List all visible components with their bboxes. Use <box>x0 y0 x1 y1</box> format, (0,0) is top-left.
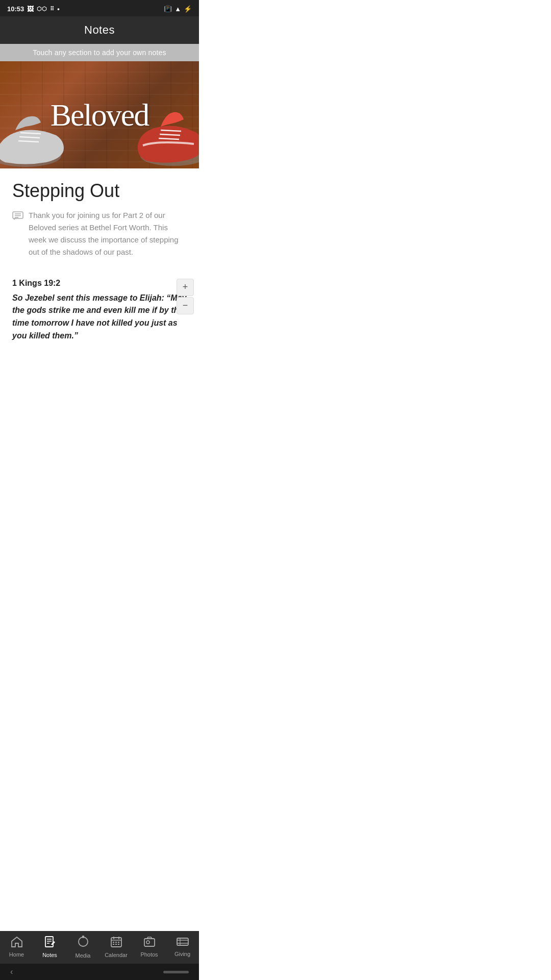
scripture-section[interactable]: + − 1 Kings 19:2 So Jezebel sent this me… <box>0 279 199 353</box>
beloved-text: Beloved <box>51 97 149 133</box>
vibrate-icon: 📳 <box>164 5 172 13</box>
dot-icon: • <box>57 5 60 13</box>
status-left: 10:53 🖼 ⬡⬡ ⠿ • <box>7 5 60 13</box>
subtitle-bar[interactable]: Touch any section to add your own notes <box>0 44 199 61</box>
status-bar: 10:53 🖼 ⬡⬡ ⠿ • 📳 ▲ ⚡ <box>0 0 199 16</box>
status-time: 10:53 <box>7 5 24 13</box>
grid-icon: ⠿ <box>50 6 54 12</box>
header: Notes <box>0 16 199 44</box>
zoom-controls: + − <box>177 279 194 314</box>
sermon-title[interactable]: Stepping Out <box>12 181 187 201</box>
page-title: Notes <box>84 23 115 36</box>
zoom-in-button[interactable]: + <box>177 279 194 296</box>
status-right: 📳 ▲ ⚡ <box>164 5 192 13</box>
comment-icon <box>12 211 23 223</box>
hero-image: Beloved <box>0 61 199 168</box>
content-area: Stepping Out Thank you for joining us fo… <box>0 168 199 258</box>
scripture-text: So Jezebel sent this message to Elijah: … <box>12 292 187 342</box>
photo-icon: 🖼 <box>27 5 34 13</box>
battery-icon: ⚡ <box>184 5 192 13</box>
walk-icon: ⬡⬡ <box>37 6 47 12</box>
wifi-icon: ▲ <box>174 5 181 13</box>
zoom-out-button[interactable]: − <box>177 297 194 314</box>
subtitle-text: Touch any section to add your own notes <box>33 48 166 57</box>
sermon-description-block[interactable]: Thank you for joining us for Part 2 of o… <box>12 209 187 258</box>
scripture-reference: 1 Kings 19:2 <box>12 279 187 288</box>
sermon-description: Thank you for joining us for Part 2 of o… <box>29 209 187 258</box>
